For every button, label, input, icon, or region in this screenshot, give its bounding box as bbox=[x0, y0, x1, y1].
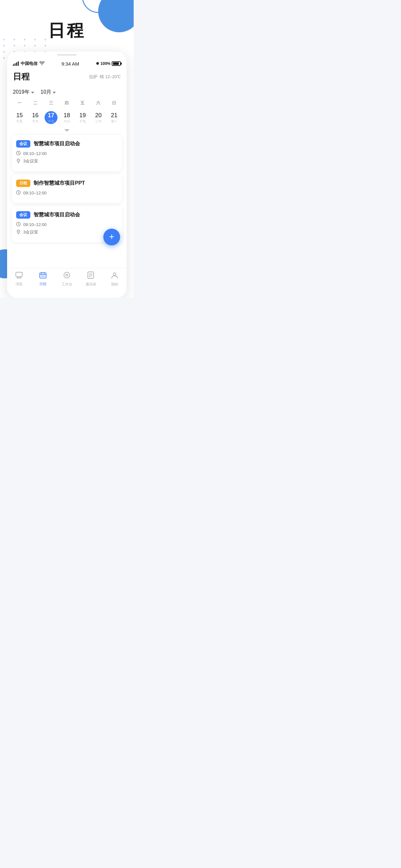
svg-point-8 bbox=[66, 274, 68, 276]
page-title: 日程 bbox=[0, 20, 134, 42]
weekday-sat: 六 bbox=[90, 99, 106, 107]
date-20[interactable]: 20 二十 bbox=[90, 109, 106, 126]
event-3-location: 3会议室 bbox=[23, 229, 38, 235]
clock-icon-3 bbox=[16, 222, 21, 227]
mine-icon bbox=[111, 272, 118, 281]
header-weather: 拉萨 晴 12–20℃ bbox=[89, 74, 121, 80]
phone-mockup: 中国电信 9:34 AM ✱ 100% bbox=[7, 52, 127, 298]
messages-icon bbox=[16, 272, 23, 280]
event-1-time: 09:10–12:00 bbox=[23, 151, 47, 156]
nav-label-messages: 消息 bbox=[16, 282, 23, 286]
event-3-time: 09:10–12:00 bbox=[23, 222, 47, 227]
app-header: 日程 拉萨 晴 12–20℃ bbox=[7, 68, 127, 86]
year-selector[interactable]: 2019年 bbox=[13, 89, 34, 96]
month-label: 10月 bbox=[41, 89, 52, 96]
event-1-location: 3会议室 bbox=[23, 158, 38, 164]
event-2-top-row: 日程 制作智慧城市项目PPT bbox=[16, 180, 118, 187]
nav-item-contacts[interactable]: 通讯录 bbox=[82, 272, 100, 287]
weekday-mon: 一 bbox=[11, 99, 27, 107]
event-2-time: 09:10–12:00 bbox=[23, 190, 47, 195]
weekday-wed: 三 bbox=[43, 99, 59, 107]
event-1-location-row: 3会议室 bbox=[16, 158, 118, 164]
weekday-thu: 四 bbox=[59, 99, 75, 107]
expand-calendar-icon[interactable] bbox=[64, 129, 69, 132]
app-header-title: 日程 bbox=[13, 71, 30, 82]
event-3-badge: 会议 bbox=[16, 211, 30, 219]
svg-point-1 bbox=[18, 159, 19, 160]
signal-bars-icon bbox=[13, 61, 19, 66]
date-16[interactable]: 16 十六 bbox=[27, 109, 43, 126]
event-3-location-row: 3会议室 bbox=[16, 229, 118, 235]
plus-icon: + bbox=[109, 232, 114, 241]
event-1-title: 智慧城市项目启动会 bbox=[34, 141, 80, 147]
nav-item-workspace[interactable]: 工作台 bbox=[58, 272, 76, 287]
nav-label-workspace: 工作台 bbox=[62, 282, 72, 287]
bottom-nav: 消息 日程 bbox=[7, 268, 127, 291]
location-icon-3 bbox=[16, 229, 21, 235]
event-3-time-row: 09:10–12:00 bbox=[16, 222, 118, 227]
nav-item-mine[interactable]: 我的 bbox=[106, 272, 124, 287]
event-1-badge: 会议 bbox=[16, 140, 30, 148]
weekday-row: 一 二 三 四 五 六 日 bbox=[11, 99, 122, 107]
svg-point-10 bbox=[113, 273, 116, 275]
svg-point-7 bbox=[64, 272, 70, 278]
event-3-top-row: 会议 智慧城市项目启动会 bbox=[16, 211, 118, 219]
month-dropdown-arrow-icon bbox=[53, 92, 56, 94]
event-1-top-row: 会议 智慧城市项目启动会 bbox=[16, 140, 118, 148]
month-selector[interactable]: 10月 bbox=[41, 89, 56, 96]
nav-label-contacts: 通讯录 bbox=[86, 282, 96, 287]
nav-item-messages[interactable]: 消息 bbox=[10, 272, 28, 286]
nav-item-schedule[interactable]: 日程 bbox=[34, 272, 52, 286]
date-17-selected[interactable]: 17 十七 bbox=[43, 109, 59, 126]
status-right: ✱ 100% bbox=[96, 61, 121, 66]
svg-rect-6 bbox=[40, 273, 46, 278]
contacts-icon bbox=[88, 272, 94, 281]
status-time: 9:34 AM bbox=[61, 61, 79, 66]
scroll-handle bbox=[57, 54, 76, 56]
calendar-section: 2019年 10月 一 二 三 四 五 六 日 bbox=[7, 86, 127, 135]
wifi-icon bbox=[39, 61, 44, 66]
expand-calendar-row bbox=[11, 127, 122, 135]
status-left: 中国电信 bbox=[13, 61, 44, 66]
nav-label-schedule: 日程 bbox=[39, 282, 47, 286]
weather-desc: 晴 12–20℃ bbox=[100, 74, 121, 79]
event-card-2[interactable]: 日程 制作智慧城市项目PPT 09:10–12:00 bbox=[11, 175, 122, 203]
page-wrapper: 日程 中国电信 bbox=[0, 0, 134, 298]
status-bar: 中国电信 9:34 AM ✱ 100% bbox=[7, 57, 127, 68]
weekday-sun: 日 bbox=[106, 99, 122, 107]
nav-label-mine: 我的 bbox=[111, 282, 118, 287]
events-section: 会议 智慧城市项目启动会 09:10–12:00 bbox=[7, 135, 127, 242]
clock-icon-1 bbox=[16, 151, 21, 156]
carrier-label: 中国电信 bbox=[21, 61, 37, 66]
add-event-fab[interactable]: + bbox=[103, 228, 120, 245]
svg-rect-5 bbox=[16, 272, 22, 277]
date-21[interactable]: 21 廿一 bbox=[106, 109, 122, 126]
event-2-badge: 日程 bbox=[16, 180, 30, 187]
weather-location: 拉萨 bbox=[89, 74, 97, 79]
event-3-title: 智慧城市项目启动会 bbox=[34, 212, 80, 218]
page-title-area: 日程 bbox=[0, 0, 134, 52]
weekday-fri: 五 bbox=[74, 99, 90, 107]
svg-point-4 bbox=[18, 230, 19, 231]
schedule-icon bbox=[39, 272, 47, 280]
date-15[interactable]: 15 十五 bbox=[11, 109, 27, 126]
weekday-tue: 二 bbox=[27, 99, 43, 107]
event-card-1[interactable]: 会议 智慧城市项目启动会 09:10–12:00 bbox=[11, 135, 122, 171]
date-row: 15 十五 16 十六 17 十七 bbox=[11, 109, 122, 126]
year-dropdown-arrow-icon bbox=[31, 92, 34, 94]
event-2-time-row: 09:10–12:00 bbox=[16, 190, 118, 196]
year-label: 2019年 bbox=[13, 89, 30, 96]
event-1-time-row: 09:10–12:00 bbox=[16, 151, 118, 156]
date-19[interactable]: 19 十九 bbox=[74, 109, 90, 126]
year-month-row: 2019年 10月 bbox=[11, 89, 122, 99]
workspace-icon bbox=[63, 272, 70, 281]
location-icon-1 bbox=[16, 159, 21, 164]
event-2-title: 制作智慧城市项目PPT bbox=[34, 180, 85, 187]
date-18[interactable]: 18 十八 bbox=[59, 109, 75, 126]
clock-icon-2 bbox=[16, 190, 21, 196]
bluetooth-icon: ✱ bbox=[96, 61, 99, 66]
battery-percent: 100% bbox=[100, 61, 111, 66]
battery-icon bbox=[112, 61, 121, 66]
